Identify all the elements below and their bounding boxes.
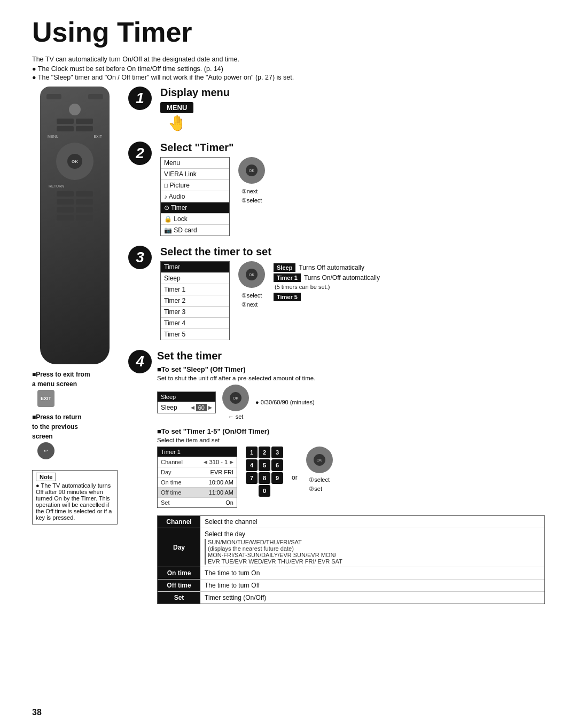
- sleep-badge: Sleep: [274, 263, 295, 272]
- steps-column: 1 Display menu MENU 🤚 2 Select "Timer" M…: [128, 87, 545, 604]
- press-return-title3: screen: [32, 433, 118, 440]
- timer15-select-label: ①select: [309, 476, 330, 483]
- press-exit-block: ■Press to exit from a menu screen EXIT: [32, 371, 118, 408]
- step3-arrow-labels: ①select ②next: [241, 292, 262, 308]
- intro-bullet1: The Clock must be set before On time/Off…: [32, 65, 545, 73]
- step3-select-label: ①select: [241, 292, 262, 299]
- intro-section: The TV can automatically turn On/Off at …: [32, 56, 545, 81]
- channel-label: Channel: [161, 459, 183, 465]
- remote-rect8: [76, 199, 93, 205]
- menu-item-menu: Menu: [161, 158, 229, 169]
- remote-rect9: [57, 207, 74, 213]
- remote-row1: [44, 119, 105, 124]
- step2-block: 2 Select "Timer" Menu VIERA Link □ Pictu…: [128, 142, 545, 236]
- press-exit-title1: ■Press to exit from: [32, 371, 118, 378]
- sleep-row-value: 60: [196, 404, 207, 411]
- remote-row2: [44, 126, 105, 131]
- bottom-row-channel: Channel Select the channel: [158, 516, 544, 528]
- timer-item-timer3: Timer 3: [161, 307, 229, 318]
- bottom-row-set: Set Timer setting (On/Off): [158, 592, 544, 604]
- timer15-section: ■To set "Timer 1-5" (On/Off Timer) Selec…: [157, 427, 545, 604]
- remote-top-buttons: [44, 94, 105, 99]
- remote-more-buttons: [44, 191, 105, 221]
- channel-val: ◀ 310 - 1 ▶: [204, 459, 233, 465]
- offtime-label: Off time: [161, 489, 181, 496]
- sleep-row-value-group: ◀ 60 ▶: [191, 404, 212, 411]
- sleep-table: Sleep Sleep ◀ 60 ▶: [157, 392, 216, 413]
- remote-rect2: [76, 119, 93, 124]
- note-box: Note ● The TV automatically turns Off af…: [32, 470, 118, 525]
- day-sub-line1: SUN/MON/TUE/WED/THU/FRI/SAT: [208, 539, 540, 545]
- sleep-table-row: Sleep ◀ 60 ▶: [158, 402, 215, 413]
- remote-btn-left: [46, 94, 61, 99]
- remote-rect12: [76, 215, 93, 221]
- remote-rect3: [57, 126, 74, 131]
- timer-item-timer4: Timer 4: [161, 318, 229, 329]
- step2-content: Select "Timer" Menu VIERA Link □ Picture…: [160, 142, 545, 236]
- bottom-val-channel: Select the channel: [200, 516, 544, 528]
- bottom-desc-table: Channel Select the channel Day Select th…: [157, 515, 545, 604]
- day-val-main: Select the day: [205, 530, 540, 538]
- offtime-val: 11:00 AM: [209, 489, 233, 496]
- remote-rect5: [57, 191, 74, 197]
- sleep-row-label: Sleep: [161, 404, 177, 411]
- remote-circle-top: [69, 104, 81, 115]
- bottom-val-offtime: The time to turn Off: [200, 580, 544, 591]
- exit-label: EXIT: [93, 135, 102, 138]
- step2-number: 2: [128, 142, 152, 165]
- step4-outer: 4 Set the timer ■To set "Sleep" (Off Tim…: [128, 350, 545, 604]
- step3-title: Select the timer to set: [160, 246, 545, 258]
- bottom-key-offtime: Off time: [158, 580, 200, 591]
- day-sub-line2: (displays the nearest future date): [208, 545, 540, 552]
- timer15-nav-ok: OK: [314, 454, 325, 466]
- timer1-row-channel: Channel ◀ 310 - 1 ▶: [158, 457, 237, 467]
- num-1: 1: [246, 447, 258, 458]
- page-number: 38: [32, 708, 42, 717]
- note-badge: Note: [36, 473, 56, 481]
- set-label: Set: [161, 499, 170, 506]
- timer-item-timer2: Timer 2: [161, 295, 229, 307]
- day-label: Day: [161, 469, 171, 475]
- bottom-val-set: Timer setting (On/Off): [200, 592, 544, 604]
- timer-item-timer: Timer: [161, 262, 229, 273]
- timer1-sub: (5 timers can be set.): [275, 284, 380, 290]
- menu-list: Menu VIERA Link □ Picture ♪ Audio ⊙ Time…: [160, 157, 230, 236]
- bottom-key-channel: Channel: [158, 516, 200, 528]
- press-return-title2: to the previous: [32, 423, 118, 430]
- arrow-next-label: ②next: [241, 188, 258, 195]
- day-sub-line3: MON-FRI/SAT-SUN/DAILY/EVR SUN/EVR MON/: [208, 552, 540, 558]
- num-0: 0: [259, 485, 270, 497]
- remote-rect11: [57, 215, 74, 221]
- menu-item-lock: 🔒 Lock: [161, 214, 229, 225]
- note-text: ● The TV automatically turns Off after 9…: [36, 482, 114, 521]
- step1-block: 1 Display menu MENU 🤚: [128, 87, 545, 132]
- timer5-badge: Timer 5: [274, 293, 301, 301]
- sleep-set-label: ← set: [228, 413, 244, 420]
- remote-row6: [44, 215, 105, 221]
- remote-rect1: [57, 119, 74, 124]
- timer-item-timer1: Timer 1: [161, 284, 229, 295]
- remote-column: MENU EXIT OK RETURN: [32, 87, 118, 604]
- menu-badge: MENU: [160, 102, 193, 113]
- num-8: 8: [259, 472, 270, 484]
- bottom-row-offtime: Off time The time to turn Off: [158, 580, 544, 592]
- timer1-row-ontime: On time 10:00 AM: [158, 477, 237, 487]
- num-3: 3: [271, 447, 283, 458]
- menu-item-timer: ⊙ Timer: [161, 202, 229, 214]
- remote-rect4: [76, 126, 93, 131]
- timer15-nav: OK ①select ②set: [306, 447, 333, 492]
- step2-nav-circle: OK: [238, 157, 265, 184]
- ontime-label: On time: [161, 479, 182, 486]
- timer15-set-label: ②set: [309, 486, 322, 492]
- remote-nav-circle: OK: [56, 143, 93, 180]
- sleep-left-arrow: ◀: [191, 405, 194, 410]
- remote-row3: [44, 191, 105, 197]
- timer1-row-set: Set On: [158, 497, 237, 507]
- ch-left-arrow: ◀: [204, 459, 207, 465]
- num-4: 4: [246, 459, 258, 471]
- main-layout: MENU EXIT OK RETURN: [32, 87, 545, 604]
- arrow-select-label: ①select: [241, 197, 262, 204]
- sleep-nav-circle: OK: [222, 385, 249, 411]
- timer-item-sleep: Sleep: [161, 273, 229, 284]
- num-7: 7: [246, 472, 258, 484]
